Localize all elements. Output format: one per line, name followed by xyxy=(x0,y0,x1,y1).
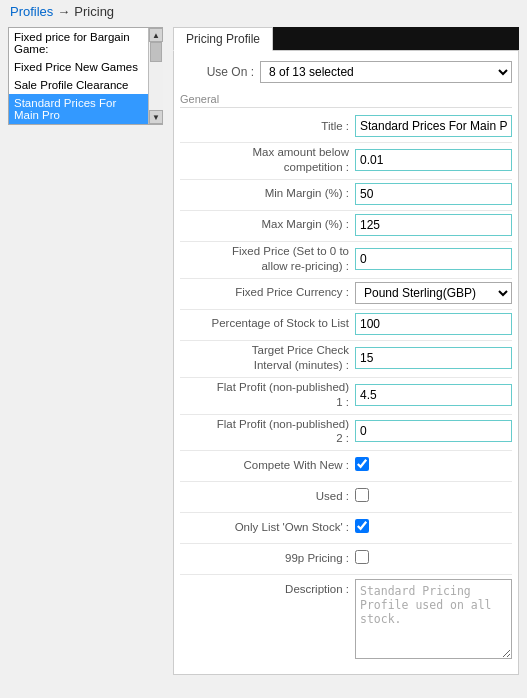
label-fixed-price: Fixed Price (Set to 0 toallow re-pricing… xyxy=(180,244,355,274)
label-flat-profit-2: Flat Profit (non-published)2 : xyxy=(180,417,355,447)
scroll-thumb[interactable] xyxy=(150,42,162,62)
field-pct-stock xyxy=(355,313,512,335)
section-general-label: General xyxy=(180,93,512,108)
scroll-down-btn[interactable]: ▼ xyxy=(149,110,163,124)
sidebar-item-1[interactable]: Fixed Price New Games xyxy=(9,58,148,76)
divider-13 xyxy=(180,543,512,544)
use-on-row: Use On : 8 of 13 selected xyxy=(180,59,512,85)
checkbox-own-stock[interactable] xyxy=(355,519,369,533)
input-max-below[interactable] xyxy=(355,149,512,171)
use-on-select[interactable]: 8 of 13 selected xyxy=(260,61,512,83)
divider-2 xyxy=(180,179,512,180)
input-min-margin[interactable] xyxy=(355,183,512,205)
field-row-pct-stock: Percentage of Stock to List xyxy=(180,312,512,336)
field-99p xyxy=(355,550,512,567)
label-description: Description : xyxy=(180,579,355,597)
breadcrumb-parent-link[interactable]: Profiles xyxy=(10,4,53,19)
sidebar-list-wrapper: Fixed price for Bargain Game: Fixed Pric… xyxy=(8,27,163,125)
input-pct-stock[interactable] xyxy=(355,313,512,335)
divider-14 xyxy=(180,574,512,575)
sidebar-list: Fixed price for Bargain Game: Fixed Pric… xyxy=(9,28,148,124)
divider-5 xyxy=(180,278,512,279)
field-row-interval: Target Price CheckInterval (minutes) : xyxy=(180,343,512,373)
field-max-margin xyxy=(355,214,512,236)
input-title[interactable] xyxy=(355,115,512,137)
checkbox-99p[interactable] xyxy=(355,550,369,564)
field-row-flat-profit-1: Flat Profit (non-published)1 : xyxy=(180,380,512,410)
field-row-compete-new: Compete With New : xyxy=(180,453,512,477)
field-interval xyxy=(355,347,512,369)
label-used: Used : xyxy=(180,489,355,504)
field-row-currency: Fixed Price Currency : Pound Sterling(GB… xyxy=(180,281,512,305)
label-99p: 99p Pricing : xyxy=(180,551,355,566)
use-on-label: Use On : xyxy=(180,65,260,79)
label-interval: Target Price CheckInterval (minutes) : xyxy=(180,343,355,373)
label-compete-new: Compete With New : xyxy=(180,458,355,473)
field-row-flat-profit-2: Flat Profit (non-published)2 : xyxy=(180,417,512,447)
field-max-below xyxy=(355,149,512,171)
input-fixed-price[interactable] xyxy=(355,248,512,270)
label-max-margin: Max Margin (%) : xyxy=(180,217,355,232)
field-title xyxy=(355,115,512,137)
field-row-min-margin: Min Margin (%) : xyxy=(180,182,512,206)
checkbox-compete-new[interactable] xyxy=(355,457,369,471)
scroll-up-btn[interactable]: ▲ xyxy=(149,28,163,42)
checkbox-used[interactable] xyxy=(355,488,369,502)
content-area: Pricing Profile Use On : 8 of 13 selecte… xyxy=(173,27,519,675)
label-title: Title : xyxy=(180,119,355,134)
field-row-title: Title : xyxy=(180,114,512,138)
input-flat-profit-1[interactable] xyxy=(355,384,512,406)
form-panel: Use On : 8 of 13 selected General Title … xyxy=(173,50,519,675)
divider-7 xyxy=(180,340,512,341)
sidebar-item-2[interactable]: Sale Profile Clearance xyxy=(9,76,148,94)
main-layout: Fixed price for Bargain Game: Fixed Pric… xyxy=(0,23,527,679)
label-max-below: Max amount belowcompetition : xyxy=(180,145,355,175)
label-flat-profit-1: Flat Profit (non-published)1 : xyxy=(180,380,355,410)
field-own-stock xyxy=(355,519,512,536)
divider-12 xyxy=(180,512,512,513)
field-fixed-price xyxy=(355,248,512,270)
tab-bar: Pricing Profile xyxy=(173,27,519,51)
input-interval[interactable] xyxy=(355,347,512,369)
divider-1 xyxy=(180,142,512,143)
label-min-margin: Min Margin (%) : xyxy=(180,186,355,201)
field-flat-profit-1 xyxy=(355,384,512,406)
divider-9 xyxy=(180,414,512,415)
breadcrumb: Profiles → Pricing xyxy=(0,0,527,23)
field-row-description: Description : Standard Pricing Profile u… xyxy=(180,579,512,662)
label-own-stock: Only List 'Own Stock' : xyxy=(180,520,355,535)
field-row-fixed-price: Fixed Price (Set to 0 toallow re-pricing… xyxy=(180,244,512,274)
tab-black-bar xyxy=(273,27,519,51)
field-compete-new xyxy=(355,457,512,474)
field-row-own-stock: Only List 'Own Stock' : xyxy=(180,515,512,539)
tab-pricing-profile[interactable]: Pricing Profile xyxy=(173,27,273,51)
field-row-99p: 99p Pricing : xyxy=(180,546,512,570)
divider-6 xyxy=(180,309,512,310)
field-currency: Pound Sterling(GBP) US Dollar(USD) Euro(… xyxy=(355,282,512,304)
divider-3 xyxy=(180,210,512,211)
scroll-track xyxy=(149,42,163,110)
field-row-used: Used : xyxy=(180,484,512,508)
field-flat-profit-2 xyxy=(355,420,512,442)
divider-11 xyxy=(180,481,512,482)
divider-4 xyxy=(180,241,512,242)
field-row-max-margin: Max Margin (%) : xyxy=(180,213,512,237)
select-currency[interactable]: Pound Sterling(GBP) US Dollar(USD) Euro(… xyxy=(355,282,512,304)
field-min-margin xyxy=(355,183,512,205)
label-currency: Fixed Price Currency : xyxy=(180,285,355,300)
sidebar-scrollbar[interactable]: ▲ ▼ xyxy=(148,28,162,124)
divider-10 xyxy=(180,450,512,451)
breadcrumb-current: Pricing xyxy=(74,4,114,19)
breadcrumb-arrow: → xyxy=(57,4,70,19)
sidebar-item-0[interactable]: Fixed price for Bargain Game: xyxy=(9,28,148,58)
textarea-description[interactable]: Standard Pricing Profile used on all sto… xyxy=(355,579,512,659)
label-pct-stock: Percentage of Stock to List xyxy=(180,316,355,331)
input-flat-profit-2[interactable] xyxy=(355,420,512,442)
sidebar: Fixed price for Bargain Game: Fixed Pric… xyxy=(8,27,163,675)
divider-8 xyxy=(180,377,512,378)
sidebar-item-3[interactable]: Standard Prices For Main Pro xyxy=(9,94,148,124)
field-used xyxy=(355,488,512,505)
input-max-margin[interactable] xyxy=(355,214,512,236)
field-description: Standard Pricing Profile used on all sto… xyxy=(355,579,512,662)
field-row-max-below: Max amount belowcompetition : xyxy=(180,145,512,175)
